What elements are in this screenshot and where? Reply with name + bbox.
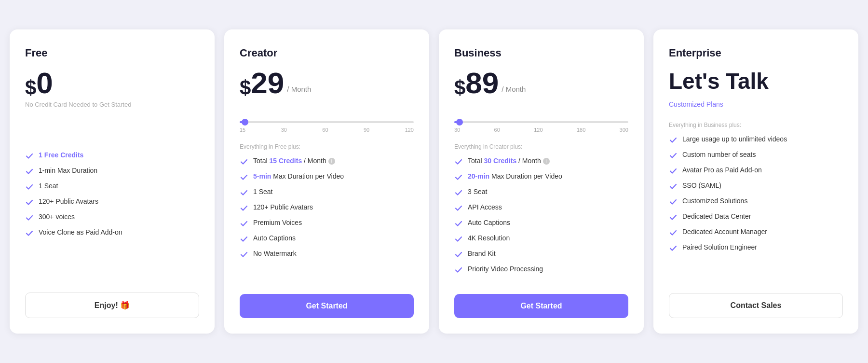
check-icon bbox=[25, 213, 34, 222]
feature-text: Customized Solutions bbox=[682, 197, 747, 205]
enterprise-heading: Let's Talk bbox=[669, 68, 843, 95]
check-icon bbox=[454, 219, 463, 228]
feature-item: Total 30 Credits / Monthi bbox=[454, 157, 628, 166]
price-dollar: $ bbox=[454, 78, 465, 98]
feature-item: 120+ Public Avatars bbox=[25, 197, 199, 207]
feature-item: 300+ voices bbox=[25, 213, 199, 222]
feature-item: 3 Seat bbox=[454, 188, 628, 197]
info-icon[interactable]: i bbox=[543, 158, 550, 165]
feature-text: Voice Clone as Paid Add-on bbox=[39, 228, 122, 236]
check-icon bbox=[669, 213, 678, 222]
feature-item: Auto Captions bbox=[454, 219, 628, 228]
feature-text: 4K Resolution bbox=[468, 234, 510, 242]
cta-button-enterprise[interactable]: Contact Sales bbox=[669, 293, 843, 318]
feature-text: 300+ voices bbox=[39, 213, 75, 221]
feature-item: Dedicated Account Manager bbox=[669, 228, 843, 237]
price-dollar: $ bbox=[25, 78, 36, 98]
section-label-creator: Everything in Free plus: bbox=[240, 143, 414, 150]
check-icon bbox=[669, 197, 678, 206]
check-icon bbox=[669, 151, 678, 160]
feature-item: Paired Solution Engineer bbox=[669, 243, 843, 252]
plan-price-business: $ 89 / Month bbox=[454, 68, 628, 98]
price-period: / Month bbox=[502, 85, 526, 93]
cta-button-free[interactable]: Enjoy! 🎁 bbox=[25, 293, 199, 318]
feature-text: Total 30 Credits / Monthi bbox=[468, 157, 550, 165]
check-icon bbox=[669, 136, 678, 144]
feature-list-creator: Total 15 Credits / Monthi 5-min Max Dura… bbox=[240, 157, 414, 280]
plan-title-creator: Creator bbox=[240, 47, 414, 59]
check-icon bbox=[25, 152, 34, 160]
check-icon bbox=[240, 235, 248, 243]
info-icon[interactable]: i bbox=[328, 158, 335, 165]
slider-thumb bbox=[456, 119, 463, 126]
check-icon bbox=[454, 188, 463, 197]
plan-title-free: Free bbox=[25, 47, 199, 59]
check-icon bbox=[669, 228, 678, 237]
feature-item: Customized Solutions bbox=[669, 197, 843, 206]
price-note bbox=[240, 101, 414, 110]
plan-price-creator: $ 29 / Month bbox=[240, 68, 414, 98]
pricing-container: Free $ 0 No Credit Card Needed to Get St… bbox=[10, 29, 858, 334]
slider-track bbox=[454, 121, 628, 123]
feature-item: 5-min Max Duration per Video bbox=[240, 172, 414, 182]
slider-label: 60 bbox=[494, 127, 500, 133]
price-note bbox=[454, 101, 628, 110]
feature-text: 5-min Max Duration per Video bbox=[253, 172, 344, 180]
check-icon bbox=[454, 250, 463, 259]
plan-price-free: $ 0 bbox=[25, 68, 199, 98]
slider-label: 30 bbox=[454, 127, 460, 133]
slider-label: 120 bbox=[534, 127, 542, 133]
plan-title-business: Business bbox=[454, 47, 628, 59]
feature-text: Large usage up to unlimited videos bbox=[682, 135, 787, 143]
slider-label: 60 bbox=[322, 127, 328, 133]
slider-labels: 3060120180300 bbox=[454, 127, 628, 133]
check-icon bbox=[454, 265, 463, 274]
slider-label: 30 bbox=[281, 127, 287, 133]
feature-list-free: 1 Free Credits 1-min Max Duration 1 Seat… bbox=[25, 151, 199, 279]
plan-card-business: Business $ 89 / Month 3060120180300 Ever… bbox=[439, 29, 644, 334]
feature-item: API Access bbox=[454, 203, 628, 212]
cta-button-creator[interactable]: Get Started bbox=[240, 294, 414, 318]
feature-text: 1-min Max Duration bbox=[39, 167, 97, 174]
feature-text: Premium Voices bbox=[253, 219, 302, 226]
feature-text: Dedicated Data Center bbox=[682, 212, 751, 220]
slider-label: 90 bbox=[364, 127, 369, 133]
feature-list-enterprise: Large usage up to unlimited videos Custo… bbox=[669, 135, 843, 279]
feature-text: Auto Captions bbox=[253, 234, 296, 242]
feature-item: Voice Clone as Paid Add-on bbox=[25, 228, 199, 237]
slider-label: 120 bbox=[405, 127, 414, 133]
feature-item: 20-min Max Duration per Video bbox=[454, 172, 628, 182]
cta-button-business[interactable]: Get Started bbox=[454, 294, 628, 318]
slider-label: 180 bbox=[577, 127, 585, 133]
credits-slider-creator[interactable]: 15306090120 bbox=[240, 121, 414, 133]
check-icon bbox=[669, 167, 678, 175]
feature-item: Priority Video Processing bbox=[454, 265, 628, 274]
feature-item: Large usage up to unlimited videos bbox=[669, 135, 843, 144]
feature-item: Custom number of seats bbox=[669, 151, 843, 160]
feature-item: Avatar Pro as Paid Add-on bbox=[669, 166, 843, 175]
feature-text: No Watermark bbox=[253, 250, 297, 257]
price-dollar: $ bbox=[240, 78, 251, 98]
feature-item: 1-min Max Duration bbox=[25, 167, 199, 176]
feature-list-business: Total 30 Credits / Monthi 20-min Max Dur… bbox=[454, 157, 628, 280]
feature-text: 20-min Max Duration per Video bbox=[468, 172, 562, 180]
credits-slider-business[interactable]: 3060120180300 bbox=[454, 121, 628, 133]
check-icon bbox=[25, 198, 34, 207]
check-icon bbox=[669, 244, 678, 252]
feature-text: 3 Seat bbox=[468, 188, 487, 195]
feature-item: 1 Seat bbox=[240, 188, 414, 197]
feature-item: Dedicated Data Center bbox=[669, 212, 843, 222]
check-icon bbox=[25, 182, 34, 191]
feature-item: Auto Captions bbox=[240, 234, 414, 243]
feature-text: Auto Captions bbox=[468, 219, 510, 226]
feature-item: 120+ Public Avatars bbox=[240, 203, 414, 212]
price-amount: 0 bbox=[36, 68, 53, 98]
plan-title-enterprise: Enterprise bbox=[669, 47, 843, 59]
slider-track bbox=[240, 121, 414, 123]
feature-text: 120+ Public Avatars bbox=[253, 203, 313, 211]
feature-item: 1 Free Credits bbox=[25, 151, 199, 160]
feature-item: Premium Voices bbox=[240, 219, 414, 228]
price-amount: 29 bbox=[251, 68, 284, 98]
check-icon bbox=[454, 235, 463, 243]
plan-card-enterprise: EnterpriseLet's TalkCustomized PlansEver… bbox=[653, 29, 858, 334]
